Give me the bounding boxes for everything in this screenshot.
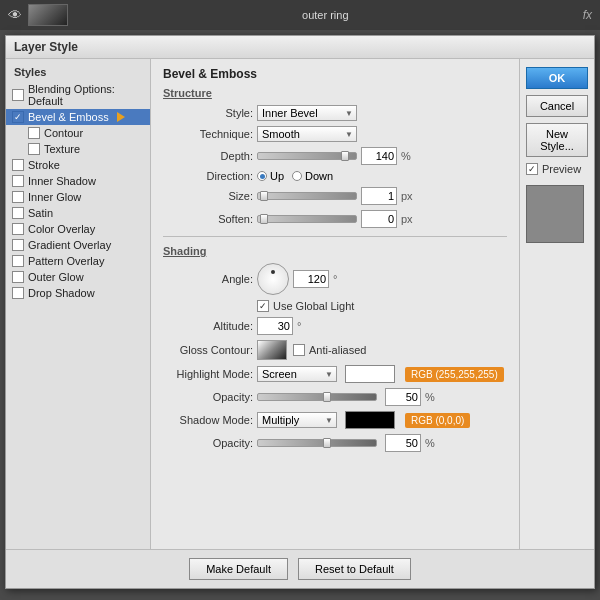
shadow-opacity-thumb[interactable] [323,438,331,448]
sidebar-item-bevel[interactable]: Bevel & Emboss [6,109,150,125]
sidebar-item-inner-glow[interactable]: Inner Glow [6,189,150,205]
size-row: Size: px [163,187,507,205]
global-light-checkbox[interactable] [257,300,269,312]
anti-aliased-checkbox[interactable] [293,344,305,356]
shadow-opacity-input[interactable] [385,434,421,452]
direction-up-item[interactable]: Up [257,170,284,182]
section-divider [163,236,507,237]
highlight-opacity-unit: % [425,391,445,403]
highlight-mode-label: Highlight Mode: [163,368,253,380]
styles-panel: Styles Blending Options: Default Bevel &… [6,59,151,549]
bevel-checkbox[interactable] [12,111,24,123]
depth-slider[interactable] [257,152,357,160]
highlight-color-swatch[interactable] [345,365,395,383]
shadow-mode-select[interactable]: Multiply [257,412,337,428]
stroke-checkbox[interactable] [12,159,24,171]
altitude-input[interactable] [257,317,293,335]
soften-slider[interactable] [257,215,357,223]
satin-checkbox[interactable] [12,207,24,219]
drop-shadow-label: Drop Shadow [28,287,95,299]
pattern-overlay-label: Pattern Overlay [28,255,104,267]
angle-dot-icon [271,270,275,274]
blending-checkbox[interactable] [12,89,24,101]
drop-shadow-checkbox[interactable] [12,287,24,299]
blending-label: Blending Options: Default [28,83,142,107]
highlight-opacity-thumb[interactable] [323,392,331,402]
color-overlay-checkbox[interactable] [12,223,24,235]
sidebar-item-contour[interactable]: Contour [6,125,150,141]
angle-row: Angle: ° [163,263,507,295]
bevel-arrow-icon [117,112,125,122]
sidebar-item-outer-glow[interactable]: Outer Glow [6,269,150,285]
layer-style-dialog: Layer Style Styles Blending Options: Def… [5,35,595,589]
size-slider[interactable] [257,192,357,200]
texture-checkbox[interactable] [28,143,40,155]
direction-row: Direction: Up Down [163,170,507,182]
preview-check[interactable]: Preview [526,163,588,175]
style-select[interactable]: Inner Bevel [257,105,357,121]
inner-shadow-checkbox[interactable] [12,175,24,187]
angle-dial[interactable] [257,263,289,295]
anti-aliased-check[interactable]: Anti-aliased [293,344,366,356]
highlight-opacity-input[interactable] [385,388,421,406]
depth-unit: % [401,150,421,162]
gradient-overlay-checkbox[interactable] [12,239,24,251]
depth-input[interactable] [361,147,397,165]
preview-label: Preview [542,163,581,175]
direction-down-radio[interactable] [292,171,302,181]
soften-unit: px [401,213,421,225]
angle-unit: ° [333,273,353,285]
inner-shadow-label: Inner Shadow [28,175,96,187]
size-unit: px [401,190,421,202]
sidebar-item-texture[interactable]: Texture [6,141,150,157]
sidebar-item-drop-shadow[interactable]: Drop Shadow [6,285,150,301]
cancel-button[interactable]: Cancel [526,95,588,117]
highlight-opacity-slider[interactable] [257,393,377,401]
shadow-opacity-slider[interactable] [257,439,377,447]
top-bar: 👁 outer ring fx [0,0,600,30]
size-input[interactable] [361,187,397,205]
preview-checkbox[interactable] [526,163,538,175]
sidebar-item-inner-shadow[interactable]: Inner Shadow [6,173,150,189]
sidebar-item-gradient-overlay[interactable]: Gradient Overlay [6,237,150,253]
soften-slider-thumb[interactable] [260,214,268,224]
ok-button[interactable]: OK [526,67,588,89]
dialog-body: Styles Blending Options: Default Bevel &… [6,59,594,549]
angle-input[interactable] [293,270,329,288]
layer-name: outer ring [74,9,577,21]
sidebar-item-stroke[interactable]: Stroke [6,157,150,173]
pattern-overlay-checkbox[interactable] [12,255,24,267]
gloss-contour-label: Gloss Contour: [163,344,253,356]
anti-aliased-label: Anti-aliased [309,344,366,356]
reset-default-button[interactable]: Reset to Default [298,558,411,580]
sidebar-item-color-overlay[interactable]: Color Overlay [6,221,150,237]
shadow-color-swatch[interactable] [345,411,395,429]
inner-glow-label: Inner Glow [28,191,81,203]
contour-checkbox[interactable] [28,127,40,139]
highlight-opacity-row: Opacity: % [163,388,507,406]
sidebar-item-satin[interactable]: Satin [6,205,150,221]
shadow-opacity-row: Opacity: % [163,434,507,452]
size-slider-thumb[interactable] [260,191,268,201]
make-default-button[interactable]: Make Default [189,558,288,580]
structure-subtitle: Structure [163,87,507,99]
new-style-button[interactable]: New Style... [526,123,588,157]
outer-glow-label: Outer Glow [28,271,84,283]
direction-up-radio[interactable] [257,171,267,181]
direction-down-item[interactable]: Down [292,170,333,182]
outer-glow-checkbox[interactable] [12,271,24,283]
highlight-mode-select[interactable]: Screen [257,366,337,382]
global-light-check[interactable]: Use Global Light [257,300,354,312]
sidebar-item-pattern-overlay[interactable]: Pattern Overlay [6,253,150,269]
technique-select[interactable]: Smooth [257,126,357,142]
shadow-mode-row: Shadow Mode: Multiply RGB (0,0,0) [163,411,507,429]
depth-slider-thumb[interactable] [341,151,349,161]
size-label: Size: [163,190,253,202]
gloss-contour-preview[interactable] [257,340,287,360]
sidebar-item-blending[interactable]: Blending Options: Default [6,81,150,109]
inner-glow-checkbox[interactable] [12,191,24,203]
style-label: Style: [163,107,253,119]
style-row: Style: Inner Bevel [163,105,507,121]
shadow-opacity-label: Opacity: [163,437,253,449]
soften-input[interactable] [361,210,397,228]
